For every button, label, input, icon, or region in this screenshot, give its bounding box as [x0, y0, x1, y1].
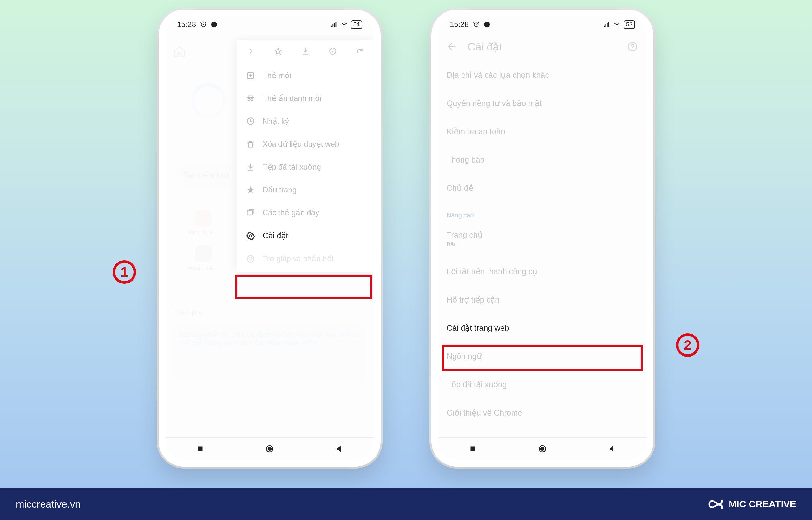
- battery-badge: 54: [351, 20, 362, 29]
- download-icon[interactable]: [301, 47, 310, 55]
- section-advanced: Nâng cao: [438, 202, 646, 221]
- menu-label: Tệp đã tải xuống: [263, 162, 321, 172]
- menu-downloads[interactable]: Tệp đã tải xuống: [237, 156, 374, 178]
- footer-brand: MIC CREATIVE: [729, 499, 796, 510]
- alarm-icon: [473, 21, 480, 28]
- setting-safety-check[interactable]: Kiểm tra an toàn: [438, 118, 646, 146]
- setting-addresses[interactable]: Địa chỉ và các lựa chọn khác: [438, 61, 646, 89]
- menu-label: Nhật ký: [263, 117, 289, 126]
- content-area: Tìm kiếm hoặ Kamihime ... Truyện mới ...: [166, 32, 374, 438]
- status-time: 15:28: [177, 20, 196, 29]
- setting-label: Trang chủ: [447, 231, 483, 239]
- messenger-icon: [211, 21, 218, 28]
- step-badge-1: 1: [113, 260, 136, 284]
- menu-settings[interactable]: Cài đặt: [237, 224, 374, 247]
- footer-logo: MIC CREATIVE: [704, 498, 796, 511]
- nav-home[interactable]: [265, 444, 274, 454]
- setting-theme[interactable]: Chủ đề: [438, 174, 646, 202]
- menu-label: Dấu trang: [263, 185, 297, 194]
- settings-header: Cài đặt: [438, 32, 646, 61]
- infinity-logo-icon: [704, 498, 724, 511]
- wifi-icon: [613, 21, 620, 28]
- android-nav: [438, 438, 646, 460]
- nav-back[interactable]: [334, 444, 344, 454]
- signal-icon: [603, 21, 610, 28]
- footer: miccreative.vn MIC CREATIVE: [0, 488, 812, 520]
- status-time: 15:28: [450, 20, 469, 29]
- phone-1-screen: 15:28 54: [166, 17, 374, 460]
- menu-label: Cài đặt: [263, 231, 288, 240]
- alarm-icon: [200, 21, 207, 28]
- nav-back[interactable]: [607, 444, 617, 454]
- setting-accessibility[interactable]: Hỗ trợ tiếp cận: [438, 286, 646, 314]
- nav-home[interactable]: [538, 444, 547, 454]
- phones-container: 1 15:28 54: [0, 0, 812, 467]
- forward-icon[interactable]: [247, 47, 255, 55]
- menu-clear-data[interactable]: Xóa dữ liệu duyệt web: [237, 133, 374, 156]
- overflow-menu: Thẻ mới Thẻ ẩn danh mới Nhật ký: [237, 40, 374, 272]
- messenger-icon: [483, 21, 491, 28]
- phone-2-wrapper: 2 15:28 53: [431, 9, 653, 467]
- setting-toolbar-shortcut[interactable]: Lối tắt trên thanh công cụ: [438, 257, 646, 286]
- setting-sublabel: Bật: [447, 241, 638, 248]
- status-bar: 15:28 54: [166, 17, 374, 32]
- content-area: Cài đặt Địa chỉ và các lựa chọn khác Quy…: [438, 32, 646, 438]
- wifi-icon: [341, 21, 347, 28]
- settings-title: Cài đặt: [468, 40, 617, 53]
- menu-help[interactable]: Trợ giúp và phản hồi: [237, 247, 374, 270]
- info-icon[interactable]: [329, 47, 337, 55]
- menu-label: Trợ giúp và phản hồi: [263, 254, 333, 263]
- android-nav: [166, 438, 374, 460]
- status-bar: 15:28 53: [438, 17, 646, 32]
- menu-label: Thẻ ẩn danh mới: [263, 94, 321, 103]
- menu-bookmarks[interactable]: Dấu trang: [237, 178, 374, 201]
- footer-site: miccreative.vn: [16, 498, 81, 510]
- svg-rect-16: [471, 446, 475, 451]
- back-icon[interactable]: [447, 41, 458, 52]
- menu-new-tab[interactable]: Thẻ mới: [237, 64, 374, 87]
- setting-downloads[interactable]: Tệp đã tải xuống: [438, 370, 646, 399]
- svg-point-1: [211, 22, 217, 27]
- phone-2-screen: 15:28 53 Cài đặt: [438, 17, 646, 460]
- svg-point-12: [268, 447, 271, 450]
- signal-icon: [331, 21, 337, 28]
- battery-badge: 53: [624, 20, 635, 29]
- svg-point-5: [251, 98, 253, 101]
- menu-recent-tabs[interactable]: Các thẻ gần đây: [237, 201, 374, 224]
- help-icon[interactable]: [627, 41, 638, 52]
- setting-homepage[interactable]: Trang chủ Bật: [438, 221, 646, 257]
- menu-history[interactable]: Nhật ký: [237, 110, 374, 133]
- menu-label: Thẻ mới: [263, 71, 291, 80]
- svg-point-4: [248, 98, 250, 101]
- setting-privacy[interactable]: Quyền riêng tư và bảo mật: [438, 89, 646, 118]
- setting-site-settings[interactable]: Cài đặt trang web: [438, 314, 646, 342]
- setting-about-chrome[interactable]: Giới thiệu về Chrome: [438, 399, 646, 427]
- setting-notifications[interactable]: Thông báo: [438, 146, 646, 174]
- svg-point-14: [484, 22, 490, 27]
- menu-incognito[interactable]: Thẻ ẩn danh mới: [237, 87, 374, 110]
- phone-1: 15:28 54: [159, 9, 381, 467]
- nav-recent[interactable]: [468, 444, 478, 454]
- phone-1-wrapper: 1 15:28 54: [159, 9, 381, 467]
- menu-label: Các thẻ gần đây: [263, 208, 319, 217]
- settings-list: Địa chỉ và các lựa chọn khác Quyền riêng…: [438, 61, 646, 427]
- phone-2: 15:28 53 Cài đặt: [431, 9, 653, 467]
- svg-rect-7: [247, 210, 252, 215]
- star-icon[interactable]: [274, 47, 282, 55]
- nav-recent[interactable]: [195, 444, 205, 454]
- svg-point-18: [541, 447, 544, 450]
- svg-rect-10: [198, 446, 203, 451]
- svg-point-8: [250, 235, 252, 237]
- step-badge-2: 2: [676, 333, 699, 357]
- refresh-icon[interactable]: [356, 47, 364, 55]
- menu-label: Xóa dữ liệu duyệt web: [263, 140, 339, 149]
- setting-language[interactable]: Ngôn ngữ: [438, 342, 646, 370]
- svg-point-9: [247, 256, 254, 262]
- svg-point-15: [628, 43, 637, 51]
